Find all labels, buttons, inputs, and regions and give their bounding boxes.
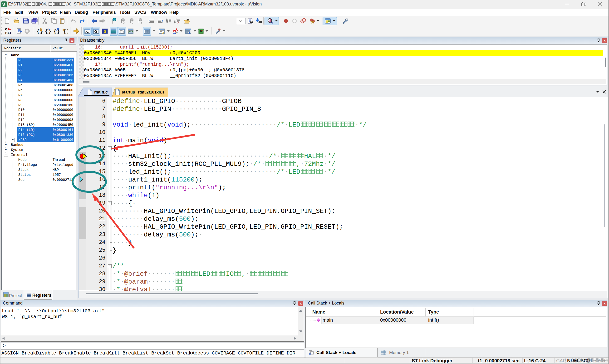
svg-text:RST: RST <box>5 31 11 35</box>
svg-text:t: t <box>177 31 178 34</box>
svg-text:d: d <box>269 18 271 23</box>
svg-text:{}: {} <box>63 28 68 34</box>
svg-text:S: S <box>104 29 106 34</box>
